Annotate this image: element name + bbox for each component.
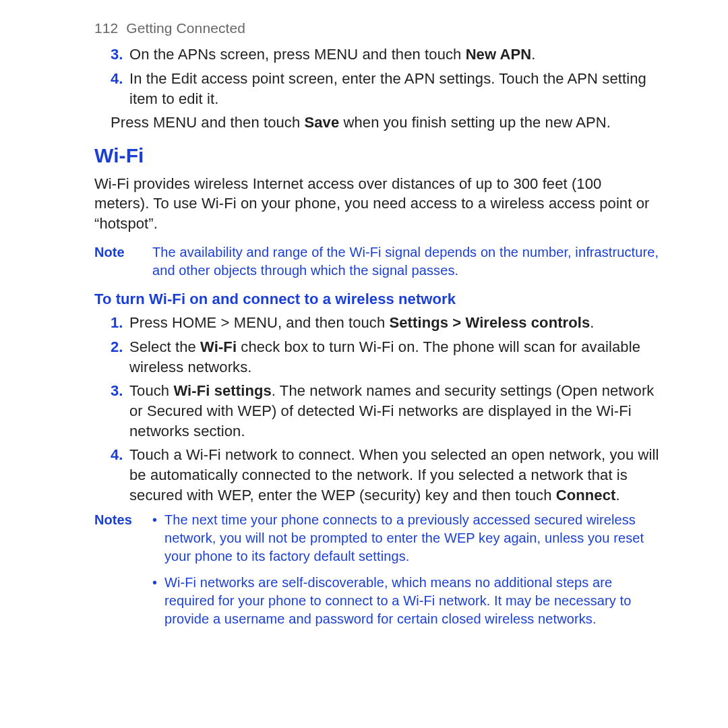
wifi-step-3: 3. Touch Wi-Fi settings. The network nam… [111, 381, 661, 441]
list-text: Touch Wi-Fi settings. The network names … [129, 381, 661, 441]
page-header: 112 Getting Connected [94, 19, 661, 38]
text-run: . [531, 46, 535, 63]
notes-label: Notes [94, 511, 152, 636]
note-text: The availability and range of the Wi-Fi … [152, 243, 661, 280]
wifi-note: Note The availability and range of the W… [94, 243, 661, 280]
section-title: Getting Connected [126, 20, 245, 36]
list-text: In the Edit access point screen, enter t… [129, 69, 661, 109]
page-number: 112 [94, 20, 118, 36]
bold-text: Settings > Wireless controls [390, 314, 590, 331]
wifi-notes: Notes • The next time your phone connect… [94, 511, 661, 636]
bold-text: Connect [556, 487, 616, 504]
note-label: Note [94, 243, 152, 280]
list-text: Select the Wi-Fi check box to turn Wi-Fi… [129, 337, 661, 377]
bold-text: Save [305, 114, 340, 131]
wifi-step-2: 2. Select the Wi-Fi check box to turn Wi… [111, 337, 661, 377]
text-run: Press HOME > MENU, and then touch [129, 314, 390, 331]
text-run: Touch [129, 382, 173, 399]
text-run: when you finish setting up the new APN. [339, 114, 611, 131]
list-number: 4. [111, 69, 129, 109]
list-text: Touch a Wi-Fi network to connect. When y… [129, 445, 661, 505]
text-run: . [615, 487, 619, 504]
apn-save-paragraph: Press MENU and then touch Save when you … [111, 113, 661, 133]
apn-step-4: 4. In the Edit access point screen, ente… [111, 69, 661, 109]
notes-text: The next time your phone connects to a p… [164, 511, 661, 566]
wifi-intro: Wi-Fi provides wireless Internet access … [94, 174, 661, 234]
bullet-icon: • [152, 511, 164, 566]
notes-items: • The next time your phone connects to a… [152, 511, 661, 636]
list-text: On the APNs screen, press MENU and then … [129, 44, 661, 65]
notes-bullet-2: • Wi-Fi networks are self-discoverable, … [152, 574, 661, 628]
text-run: Press MENU and then touch [111, 114, 305, 131]
list-number: 1. [111, 313, 129, 333]
wifi-subheading: To turn Wi-Fi on and connect to a wirele… [94, 289, 661, 309]
bullet-icon: • [152, 574, 164, 628]
list-number: 3. [111, 381, 129, 441]
list-number: 2. [111, 337, 129, 377]
manual-page: 112 Getting Connected 3. On the APNs scr… [0, 0, 728, 728]
list-text: Press HOME > MENU, and then touch Settin… [129, 313, 661, 333]
bold-text: Wi-Fi settings [173, 382, 271, 399]
text-run: . [590, 314, 594, 331]
list-number: 3. [111, 44, 129, 65]
apn-step-3: 3. On the APNs screen, press MENU and th… [111, 44, 661, 65]
notes-bullet-1: • The next time your phone connects to a… [152, 511, 661, 566]
text-run: On the APNs screen, press MENU and then … [129, 46, 466, 63]
text-run: Select the [129, 338, 200, 355]
wifi-heading: Wi-Fi [94, 142, 661, 170]
wifi-step-1: 1. Press HOME > MENU, and then touch Set… [111, 313, 661, 333]
bold-text: Wi-Fi [200, 338, 237, 355]
wifi-step-4: 4. Touch a Wi-Fi network to connect. Whe… [111, 445, 661, 505]
notes-text: Wi-Fi networks are self-discoverable, wh… [164, 574, 661, 628]
bold-text: New APN [466, 46, 532, 63]
list-number: 4. [111, 445, 129, 505]
